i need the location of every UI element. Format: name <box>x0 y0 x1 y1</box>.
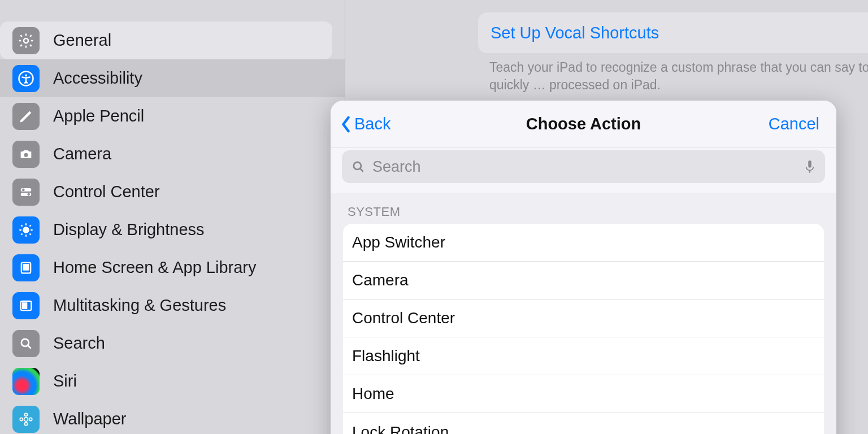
cancel-button[interactable]: Cancel <box>769 115 819 133</box>
svg-rect-15 <box>23 303 27 308</box>
chevron-left-icon <box>341 116 351 133</box>
search-icon <box>351 159 366 174</box>
siri-icon <box>12 368 40 395</box>
search-bar[interactable] <box>342 150 825 183</box>
svg-point-18 <box>24 413 27 416</box>
action-label: App Switcher <box>352 233 445 251</box>
back-label: Back <box>354 115 390 133</box>
svg-point-3 <box>24 153 28 157</box>
sidebar-item-label: Control Center <box>53 183 160 201</box>
microphone-icon[interactable] <box>804 159 816 174</box>
home-screen-icon <box>12 254 40 281</box>
sidebar-item-label: General <box>53 31 111 50</box>
sidebar-item-general[interactable]: General <box>0 21 332 59</box>
setup-label: Set Up Vocal Shortcuts <box>491 24 659 42</box>
svg-point-2 <box>25 74 27 76</box>
multitasking-icon <box>12 292 40 319</box>
sidebar-item-label: Wallpaper <box>53 410 126 428</box>
sidebar-item-apple-pencil[interactable]: Apple Pencil <box>0 97 345 135</box>
sidebar-item-label: Multitasking & Gestures <box>53 296 226 315</box>
sidebar-item-label: Accessibility <box>53 69 142 88</box>
magnifier-icon <box>12 330 40 357</box>
sidebar-item-siri[interactable]: Siri <box>0 362 345 400</box>
action-control-center[interactable]: Control Center <box>343 300 824 337</box>
svg-point-17 <box>24 417 28 421</box>
accessibility-icon <box>12 65 40 92</box>
choose-action-sheet: Back Choose Action Cancel SYSTEM App Swi… <box>331 101 836 434</box>
setup-vocal-shortcuts-button[interactable]: Set Up Vocal Shortcuts <box>478 12 868 53</box>
action-home[interactable]: Home <box>343 375 824 413</box>
search-input[interactable] <box>372 158 804 176</box>
action-label: Home <box>352 385 394 403</box>
action-label: Flashlight <box>352 347 420 365</box>
action-flashlight[interactable]: Flashlight <box>343 337 824 375</box>
sidebar-group-top: General <box>0 21 332 59</box>
pencil-icon <box>12 103 40 130</box>
svg-point-22 <box>354 162 361 170</box>
sheet-header: Back Choose Action Cancel <box>331 101 836 148</box>
svg-rect-23 <box>808 160 811 168</box>
settings-sidebar: General Accessibility Apple Pencil Camer… <box>0 0 345 434</box>
sidebar-item-wallpaper[interactable]: Wallpaper <box>0 400 345 434</box>
back-button[interactable]: Back <box>341 115 390 133</box>
action-label: Lock Rotation <box>352 423 449 435</box>
toggles-icon <box>12 179 40 206</box>
svg-point-6 <box>22 188 25 191</box>
camera-icon <box>12 141 40 168</box>
svg-point-19 <box>24 422 27 425</box>
sidebar-item-label: Home Screen & App Library <box>53 258 256 277</box>
action-app-switcher[interactable]: App Switcher <box>343 224 824 262</box>
sidebar-item-label: Display & Brightness <box>53 220 205 239</box>
sidebar-item-home-screen[interactable]: Home Screen & App Library <box>0 249 345 287</box>
action-camera[interactable]: Camera <box>343 262 824 300</box>
gear-icon <box>12 27 40 54</box>
search-bar-container <box>331 148 836 193</box>
sidebar-item-multitasking[interactable]: Multitasking & Gestures <box>0 287 345 324</box>
svg-rect-12 <box>23 268 25 270</box>
action-label: Camera <box>352 271 409 289</box>
action-lock-rotation[interactable]: Lock Rotation <box>343 413 824 434</box>
sidebar-item-display-brightness[interactable]: Display & Brightness <box>0 211 345 249</box>
sidebar-item-label: Camera <box>53 145 111 163</box>
svg-rect-13 <box>27 268 28 270</box>
svg-point-7 <box>27 193 30 196</box>
svg-point-16 <box>21 338 29 346</box>
sheet-title: Choose Action <box>331 115 836 133</box>
sidebar-item-accessibility[interactable]: Accessibility <box>0 59 345 97</box>
svg-point-20 <box>20 418 23 420</box>
sidebar-item-label: Search <box>53 334 105 353</box>
action-label: Control Center <box>352 309 455 327</box>
svg-rect-11 <box>27 264 28 267</box>
sidebar-item-label: Apple Pencil <box>53 107 144 125</box>
vocal-shortcuts-hint: Teach your iPad to recognize a custom ph… <box>489 59 868 94</box>
sidebar-item-control-center[interactable]: Control Center <box>0 173 345 211</box>
brightness-icon <box>12 216 40 244</box>
system-actions-list: App Switcher Camera Control Center Flash… <box>343 224 824 434</box>
wallpaper-icon <box>12 406 40 433</box>
svg-rect-10 <box>23 264 25 267</box>
svg-point-0 <box>24 38 28 43</box>
sidebar-item-search[interactable]: Search <box>0 324 345 362</box>
sidebar-item-label: Siri <box>53 372 77 390</box>
sidebar-item-camera[interactable]: Camera <box>0 135 345 173</box>
svg-point-8 <box>23 227 28 232</box>
svg-point-21 <box>29 418 32 420</box>
system-section-label: SYSTEM <box>331 193 836 224</box>
